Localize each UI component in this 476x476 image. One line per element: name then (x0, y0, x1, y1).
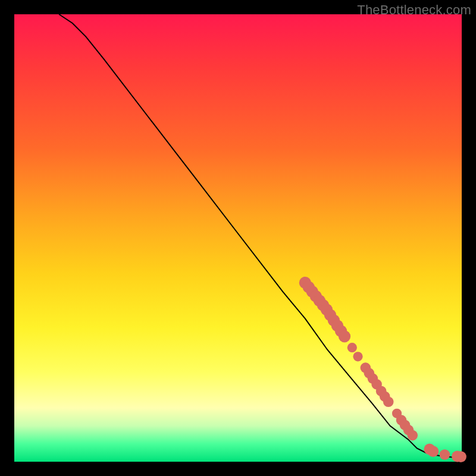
data-marker (428, 446, 439, 457)
data-marker (455, 451, 466, 462)
data-marker (383, 396, 394, 407)
chart-svg (14, 14, 462, 462)
data-marker (353, 352, 362, 361)
data-marker (408, 430, 418, 441)
curve-line (59, 14, 462, 458)
plot-area (14, 14, 462, 462)
data-marker (440, 449, 450, 460)
marker-layer (299, 277, 466, 462)
data-marker (339, 330, 350, 342)
chart-stage: TheBottleneck.com (0, 0, 476, 476)
data-marker (347, 343, 357, 352)
